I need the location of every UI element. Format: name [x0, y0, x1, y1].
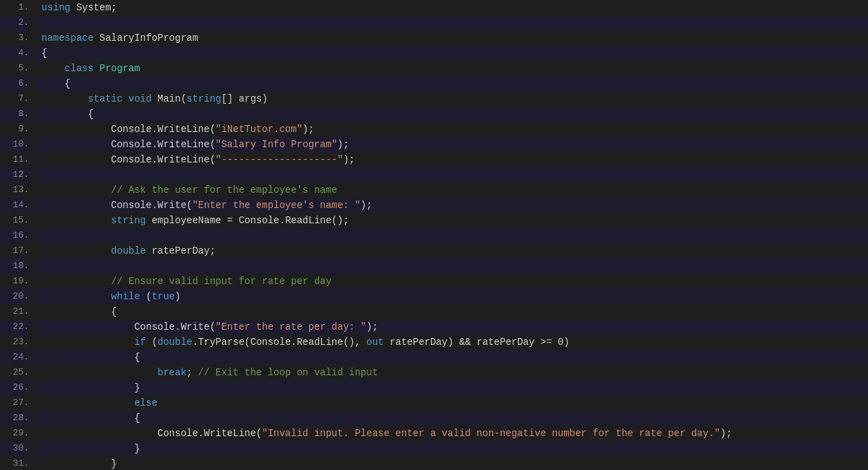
code-line-29: Console.WriteLine("Invalid input. Please…: [36, 426, 868, 441]
ln-20: 20.: [0, 289, 29, 304]
code-line-23: if (double.TryParse(Console.ReadLine(), …: [36, 335, 868, 350]
ln-1: 1.: [0, 0, 29, 15]
ln-28: 28.: [0, 411, 29, 426]
ln-14: 14.: [0, 198, 29, 213]
code-line-3: namespace SalaryInfoProgram: [36, 30, 868, 46]
code-line-1: using System;: [36, 0, 868, 15]
code-line-9: Console.WriteLine("iNetTutor.com");: [36, 122, 868, 137]
code-line-30: }: [36, 441, 868, 456]
ln-6: 6.: [0, 76, 29, 91]
ln-11: 11.: [0, 152, 29, 167]
code-line-4: {: [36, 46, 868, 61]
ln-17: 17.: [0, 243, 29, 258]
code-line-15: string employeeName = Console.ReadLine()…: [36, 213, 868, 228]
ln-15: 15.: [0, 213, 29, 228]
code-content[interactable]: using System; namespace SalaryInfoProgra…: [36, 0, 868, 470]
code-line-18: [36, 258, 868, 274]
ln-2: 2.: [0, 15, 29, 30]
code-line-13: // Ask the user for the employee's name: [36, 182, 868, 198]
code-line-24: {: [36, 350, 868, 365]
ln-24: 24.: [0, 350, 29, 365]
code-line-19: // Ensure valid input for rate per day: [36, 274, 868, 289]
ln-10: 10.: [0, 137, 29, 152]
ln-8: 8.: [0, 106, 29, 122]
code-line-25: break; // Exit the loop on valid input: [36, 365, 868, 380]
code-line-7: static void Main(string[] args): [36, 91, 868, 106]
ln-26: 26.: [0, 380, 29, 395]
code-line-5: class Program: [36, 61, 868, 76]
code-line-31: }: [36, 456, 868, 470]
code-line-22: Console.Write("Enter the rate per day: "…: [36, 319, 868, 335]
ln-5: 5.: [0, 61, 29, 76]
code-line-12: [36, 167, 868, 182]
ln-21: 21.: [0, 304, 29, 319]
ln-27: 27.: [0, 395, 29, 411]
code-line-28: {: [36, 411, 868, 426]
ln-22: 22.: [0, 319, 29, 335]
code-line-27: else: [36, 395, 868, 411]
code-editor: 1. 2. 3. 4. 5. 6. 7. 8. 9. 10. 11. 12. 1…: [0, 0, 868, 470]
code-line-21: {: [36, 304, 868, 319]
ln-23: 23.: [0, 335, 29, 350]
code-line-11: Console.WriteLine("--------------------"…: [36, 152, 868, 167]
code-line-8: {: [36, 106, 868, 122]
ln-3: 3.: [0, 30, 29, 46]
ln-16: 16.: [0, 228, 29, 243]
ln-12: 12.: [0, 167, 29, 182]
code-line-10: Console.WriteLine("Salary Info Program")…: [36, 137, 868, 152]
ln-31: 31.: [0, 456, 29, 470]
ln-4: 4.: [0, 46, 29, 61]
code-line-6: {: [36, 76, 868, 91]
line-numbers: 1. 2. 3. 4. 5. 6. 7. 8. 9. 10. 11. 12. 1…: [0, 0, 36, 470]
ln-13: 13.: [0, 182, 29, 198]
ln-30: 30.: [0, 441, 29, 456]
ln-19: 19.: [0, 274, 29, 289]
ln-7: 7.: [0, 91, 29, 106]
ln-25: 25.: [0, 365, 29, 380]
code-line-16: [36, 228, 868, 243]
ln-9: 9.: [0, 122, 29, 137]
code-line-2: [36, 15, 868, 30]
ln-29: 29.: [0, 426, 29, 441]
code-line-20: while (true): [36, 289, 868, 304]
code-line-14: Console.Write("Enter the employee's name…: [36, 198, 868, 213]
code-line-17: double ratePerDay;: [36, 243, 868, 258]
code-line-26: }: [36, 380, 868, 395]
ln-18: 18.: [0, 258, 29, 274]
